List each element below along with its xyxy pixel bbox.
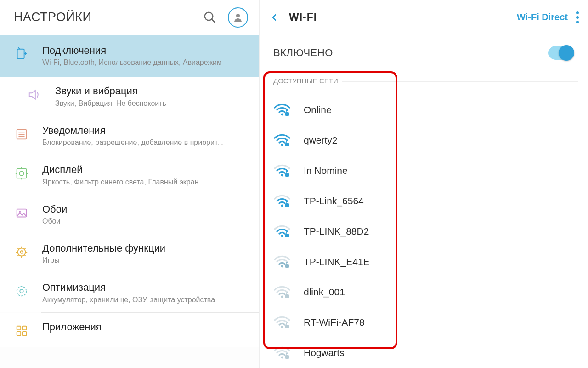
- svg-rect-32: [285, 234, 289, 237]
- svg-rect-10: [17, 209, 27, 217]
- wifi-direct-button[interactable]: Wi-Fi Direct: [517, 12, 568, 23]
- notifications-icon: [14, 126, 29, 142]
- svg-rect-28: [285, 173, 289, 177]
- wifi-network-list: Online qwerty2 In Nomine TP-Link_6564 TP…: [260, 90, 588, 368]
- settings-title: НАСТРОЙКИ: [14, 10, 91, 24]
- svg-point-0: [205, 12, 213, 20]
- settings-panel: НАСТРОЙКИ Подключения Wi-Fi, Bluetooth, …: [0, 0, 260, 368]
- sound-icon: [27, 87, 42, 103]
- wifi-network-name: TP-LINK_E41E: [304, 256, 370, 267]
- wifi-toggle-row: ВКЛЮЧЕНО: [260, 34, 588, 71]
- svg-point-11: [19, 211, 21, 213]
- wifi-toggle-label: ВКЛЮЧЕНО: [273, 47, 333, 59]
- wifi-network-name: TP-LINK_88D2: [304, 226, 369, 237]
- settings-category-connections[interactable]: Подключения Wi-Fi, Bluetooth, Использова…: [0, 34, 259, 77]
- svg-point-39: [281, 356, 283, 359]
- available-networks-label: ДОСТУПНЫЕ СЕТИ: [270, 77, 342, 85]
- category-subtitle: Игры: [42, 256, 249, 264]
- svg-point-15: [20, 290, 23, 293]
- wifi-network-item[interactable]: In Nomine: [260, 155, 588, 186]
- wifi-network-item[interactable]: dlink_001: [260, 277, 588, 307]
- wifi-network-item[interactable]: Online: [260, 95, 588, 125]
- settings-header: НАСТРОЙКИ: [0, 0, 259, 34]
- category-title: Обои: [42, 203, 249, 215]
- wifi-network-item[interactable]: qwerty2: [260, 125, 588, 155]
- settings-category-apps[interactable]: Приложения: [0, 313, 259, 347]
- svg-rect-8: [17, 169, 27, 178]
- category-title: Дополнительные функции: [42, 242, 249, 254]
- svg-point-31: [281, 235, 283, 237]
- svg-line-1: [212, 19, 215, 23]
- svg-point-20: [576, 12, 579, 14]
- svg-rect-18: [17, 332, 21, 335]
- apps-icon: [14, 323, 29, 339]
- wifi-network-item[interactable]: RT-WiFi-AF78: [260, 307, 588, 338]
- settings-category-sound[interactable]: Звуки и вибрация Звуки, Вибрация, Не бес…: [0, 77, 259, 115]
- wifi-signal-icon: [273, 103, 291, 117]
- category-title: Звуки и вибрация: [55, 85, 249, 97]
- more-icon[interactable]: [576, 12, 579, 23]
- settings-category-display[interactable]: Дисплей Яркость, Фильтр синего света, Гл…: [0, 155, 259, 194]
- wifi-signal-icon: [273, 133, 291, 147]
- svg-point-29: [281, 205, 283, 207]
- svg-point-23: [281, 114, 283, 116]
- settings-category-advanced[interactable]: Дополнительные функции Игры: [0, 234, 259, 273]
- wifi-network-name: In Nomine: [304, 165, 348, 176]
- svg-rect-38: [285, 325, 289, 328]
- wifi-network-name: TP-Link_6564: [304, 196, 364, 207]
- wifi-network-item[interactable]: TP-LINK_E41E: [260, 247, 588, 277]
- category-title: Приложения: [42, 321, 249, 333]
- wallpaper-icon: [14, 205, 29, 221]
- wifi-toggle[interactable]: [548, 46, 574, 60]
- search-icon[interactable]: [203, 11, 217, 24]
- settings-category-list: Подключения Wi-Fi, Bluetooth, Использова…: [0, 34, 259, 368]
- wifi-network-item[interactable]: Hogwarts: [260, 338, 588, 368]
- svg-rect-16: [17, 326, 21, 329]
- display-icon: [14, 166, 29, 181]
- svg-point-2: [236, 14, 240, 17]
- category-title: Дисплей: [42, 164, 249, 176]
- category-subtitle: Звуки, Вибрация, Не беспокоить: [55, 99, 249, 108]
- category-title: Подключения: [42, 45, 249, 57]
- svg-rect-30: [285, 203, 289, 207]
- svg-point-14: [17, 287, 27, 296]
- settings-category-optimize[interactable]: Оптимизация Аккумулятор, хранилище, ОЗУ,…: [0, 273, 259, 312]
- profile-icon[interactable]: [228, 7, 248, 28]
- svg-rect-40: [285, 355, 289, 359]
- category-title: Оптимизация: [42, 282, 249, 293]
- wifi-network-name: dlink_001: [304, 287, 345, 298]
- wifi-network-name: RT-WiFi-AF78: [304, 317, 365, 328]
- wifi-network-item[interactable]: TP-Link_6564: [260, 186, 588, 216]
- svg-point-25: [281, 144, 283, 146]
- settings-category-wallpaper[interactable]: Обои Обои: [0, 195, 259, 234]
- svg-rect-24: [285, 112, 289, 116]
- wifi-signal-icon: [273, 164, 291, 178]
- svg-rect-17: [23, 326, 26, 329]
- category-title: Уведомления: [42, 125, 249, 137]
- wifi-signal-icon: [273, 346, 291, 360]
- wifi-network-item[interactable]: TP-LINK_88D2: [260, 216, 588, 247]
- category-subtitle: Аккумулятор, хранилище, ОЗУ, защита устр…: [42, 296, 249, 304]
- category-subtitle: Wi-Fi, Bluetooth, Использование данных, …: [42, 58, 249, 67]
- wifi-header: WI-FI Wi-Fi Direct: [260, 0, 588, 34]
- svg-point-9: [19, 171, 23, 175]
- back-button[interactable]: [265, 8, 284, 27]
- advanced-icon: [14, 244, 29, 260]
- wifi-network-name: Online: [304, 104, 332, 115]
- svg-rect-26: [285, 143, 289, 146]
- settings-category-notifications[interactable]: Уведомления Блокирование, разрешение, до…: [0, 116, 259, 155]
- svg-rect-19: [23, 332, 26, 335]
- wifi-signal-icon: [273, 285, 291, 299]
- wifi-signal-icon: [273, 255, 291, 269]
- wifi-network-name: qwerty2: [304, 135, 338, 146]
- connections-icon: [14, 46, 29, 62]
- category-subtitle: Яркость, Фильтр синего света, Главный эк…: [42, 178, 249, 186]
- svg-rect-3: [17, 49, 24, 59]
- wifi-panel: WI-FI Wi-Fi Direct ВКЛЮЧЕНО ДОСТУПНЫЕ СЕ…: [260, 0, 588, 368]
- svg-point-33: [281, 265, 283, 268]
- svg-point-22: [576, 21, 579, 23]
- wifi-signal-icon: [273, 194, 291, 208]
- wifi-signal-icon: [273, 316, 291, 329]
- svg-point-37: [281, 326, 283, 328]
- wifi-signal-icon: [273, 224, 291, 238]
